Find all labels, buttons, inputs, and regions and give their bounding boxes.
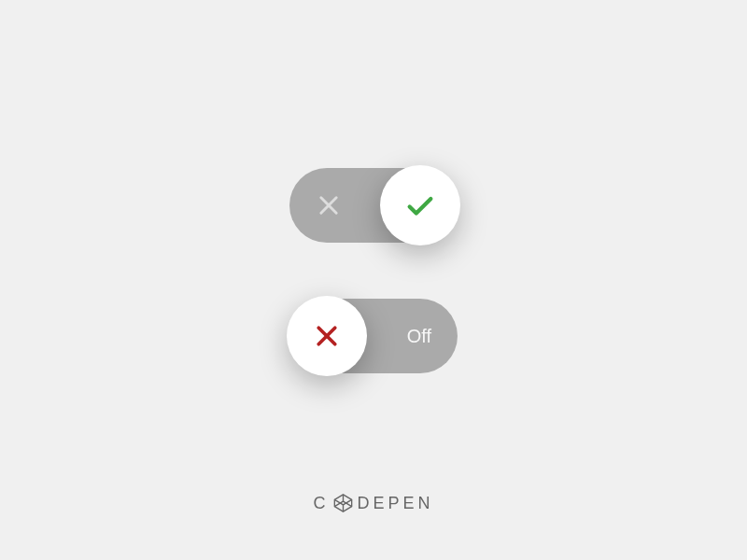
cube-icon: [332, 493, 353, 513]
toggle-knob-off[interactable]: [287, 296, 367, 376]
toggle-on[interactable]: [289, 168, 458, 243]
toggle-off-label: Off: [407, 326, 431, 347]
brand-prefix: C: [313, 494, 329, 513]
check-icon: [404, 189, 436, 221]
toggle-off[interactable]: Off: [289, 299, 458, 373]
toggle-group: Off: [289, 168, 458, 373]
toggle-knob-on[interactable]: [380, 165, 460, 245]
brand-suffix: DEPEN: [357, 494, 433, 513]
x-icon: [316, 192, 342, 218]
x-icon: [313, 322, 341, 350]
codepen-logo: C DEPEN: [313, 493, 433, 513]
